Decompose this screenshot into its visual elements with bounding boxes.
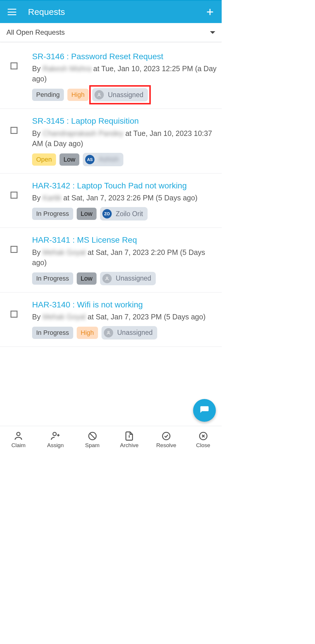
svg-point-6 — [53, 432, 56, 435]
ticket-title[interactable]: SR-3145 : Laptop Requisition — [32, 116, 219, 126]
chat-fab[interactable] — [193, 399, 216, 422]
add-icon[interactable] — [206, 8, 214, 16]
close-action[interactable]: Close — [187, 431, 219, 449]
avatar-initials: AS — [85, 155, 94, 164]
resolve-label: Resolve — [156, 442, 176, 449]
priority-chip: High — [77, 327, 98, 339]
priority-chip: High — [67, 89, 89, 101]
status-chip: Open — [32, 153, 56, 166]
assignee-name: Zoilo Orit — [116, 210, 143, 218]
assign-action[interactable]: Assign — [39, 431, 71, 449]
bottom-action-bar: Claim Assign Spam Archive Resolve Close — [0, 426, 222, 453]
priority-chip: Low — [77, 272, 97, 285]
svg-point-2 — [98, 93, 100, 95]
archive-label: Archive — [120, 442, 139, 449]
status-chip: In Progress — [32, 327, 73, 339]
request-row[interactable]: HAR-3142 : Laptop Touch Pad not workingB… — [0, 174, 222, 228]
assignee-name: Unassigned — [108, 91, 143, 99]
svg-point-12 — [162, 432, 170, 440]
assignee-name: Unassigned — [116, 274, 151, 282]
ticket-title[interactable]: HAR-3140 : Wifi is not working — [32, 300, 219, 310]
request-row[interactable]: SR-3146 : Password Reset RequestBy Rakes… — [0, 42, 222, 109]
chip-row: OpenLowASAshish — [32, 153, 219, 166]
filter-label: All Open Requests — [6, 28, 210, 36]
assign-label: Assign — [47, 442, 64, 449]
ticket-title[interactable]: HAR-3142 : Laptop Touch Pad not working — [32, 181, 219, 191]
svg-point-3 — [106, 277, 108, 278]
assignee-name: Ashish — [99, 155, 119, 163]
hamburger-icon[interactable] — [8, 9, 16, 15]
page-title: Requests — [28, 7, 206, 17]
avatar-initials: ZO — [102, 209, 112, 218]
request-row[interactable]: HAR-3141 : MS License ReqBy Mehak Goyal … — [0, 228, 222, 292]
byline: By Mehak Goyal at Sat, Jan 7, 2023 PM (5… — [32, 312, 219, 322]
person-icon — [102, 274, 112, 283]
row-checkbox[interactable] — [10, 192, 18, 199]
resolve-action[interactable]: Resolve — [150, 431, 182, 449]
request-list: SR-3146 : Password Reset RequestBy Rakes… — [0, 42, 222, 347]
assignee-name: Unassigned — [117, 329, 153, 337]
claim-label: Claim — [11, 442, 26, 449]
row-checkbox[interactable] — [10, 246, 18, 253]
person-icon — [94, 90, 104, 99]
svg-point-5 — [17, 432, 20, 435]
priority-chip: Low — [60, 153, 79, 166]
assignee-chip[interactable]: Unassigned — [92, 88, 148, 102]
priority-chip: Low — [77, 208, 97, 220]
byline: By Chandraprakash Pandey at Tue, Jan 10,… — [32, 128, 219, 149]
byline: By Mehak Goyal at Sat, Jan 7, 2023 2:20 … — [32, 247, 219, 268]
chip-row: PendingHighUnassigned — [32, 88, 219, 102]
row-checkbox[interactable] — [10, 311, 18, 318]
close-label: Close — [196, 442, 210, 449]
request-row[interactable]: SR-3145 : Laptop RequisitionBy Chandrapr… — [0, 109, 222, 173]
assignee-chip[interactable]: ASAshish — [83, 153, 123, 166]
status-chip: In Progress — [32, 208, 73, 220]
row-checkbox[interactable] — [10, 127, 18, 134]
person-icon — [104, 328, 113, 337]
assignee-chip[interactable]: Unassigned — [100, 272, 156, 285]
byline: By Kartik at Sat, Jan 7, 2023 2:26 PM (5… — [32, 193, 219, 203]
chip-row: In ProgressHighUnassigned — [32, 326, 219, 340]
chevron-down-icon — [210, 31, 215, 34]
chip-row: In ProgressLowUnassigned — [32, 272, 219, 285]
assignee-chip[interactable]: Unassigned — [102, 326, 157, 340]
status-chip: Pending — [32, 89, 64, 101]
ticket-title[interactable]: SR-3146 : Password Reset Request — [32, 51, 219, 62]
status-chip: In Progress — [32, 272, 73, 285]
chip-row: In ProgressLowZOZoilo Orit — [32, 207, 219, 220]
spam-action[interactable]: Spam — [76, 431, 108, 449]
claim-action[interactable]: Claim — [2, 431, 34, 449]
archive-action[interactable]: Archive — [113, 431, 145, 449]
ticket-title[interactable]: HAR-3141 : MS License Req — [32, 235, 219, 245]
row-checkbox[interactable] — [10, 62, 18, 69]
app-bar: Requests — [0, 1, 222, 23]
byline: By Rakesh Mishra at Tue, Jan 10, 2023 12… — [32, 64, 219, 84]
filter-dropdown[interactable]: All Open Requests — [0, 23, 222, 42]
request-row[interactable]: HAR-3140 : Wifi is not workingBy Mehak G… — [0, 293, 222, 347]
svg-line-10 — [90, 433, 95, 438]
spam-label: Spam — [85, 442, 100, 449]
svg-point-4 — [108, 331, 109, 333]
assignee-chip[interactable]: ZOZoilo Orit — [100, 207, 148, 220]
